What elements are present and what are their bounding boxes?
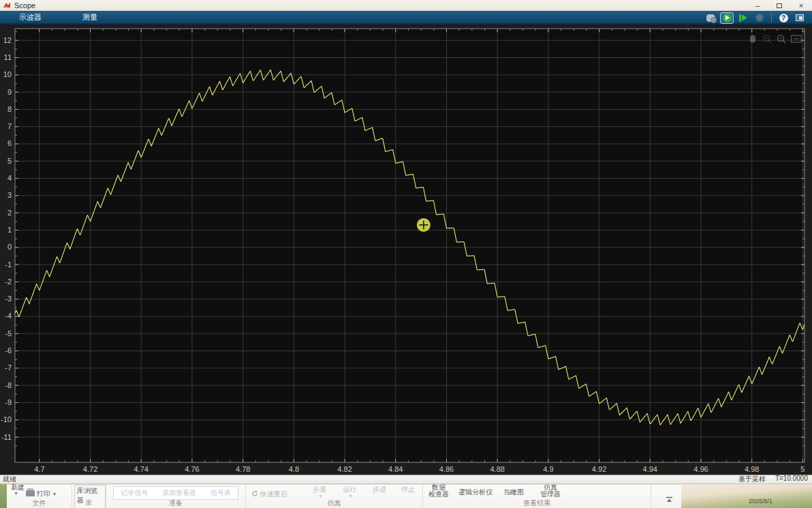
- toolstrip-group-review-results: 数据 检查器 逻辑分析仪 鸟瞰图 仿真 管理器 查看结果: [423, 485, 651, 508]
- help-icon: ?: [779, 14, 788, 23]
- title-bar: Scope – ×: [0, 0, 812, 11]
- stop-button[interactable]: [753, 12, 766, 24]
- ytick-label: 12: [3, 36, 12, 44]
- group-label-file: 文件: [7, 498, 72, 508]
- ytick-label: 10: [3, 70, 12, 78]
- xtick-label: 5: [800, 465, 805, 473]
- ytick-label: -3: [5, 295, 12, 303]
- ytick-label: -5: [5, 329, 12, 338]
- xtick-label: 4.84: [388, 465, 403, 473]
- scope-window: Scope – × 示波器 测量 ? 4.74.724.744.7: [0, 0, 812, 508]
- xtick-label: 4.94: [643, 465, 657, 473]
- desktop-sliver-left: [0, 484, 7, 508]
- ytick-label: 11: [4, 53, 12, 61]
- toolstrip-group-library: 库浏览器 库: [72, 485, 106, 508]
- desktop-sliver-right: 2025/6/1: [681, 484, 812, 508]
- tab-oscilloscope[interactable]: 示波器: [11, 10, 50, 24]
- settings-gear-icon[interactable]: [704, 12, 717, 24]
- ytick-label: -4: [5, 312, 12, 320]
- status-sample-mode: 基于采样: [738, 475, 766, 484]
- ytick-label: 5: [7, 157, 12, 165]
- ytick-label: -9: [5, 398, 12, 406]
- plot-canvas[interactable]: 4.74.724.744.764.784.84.824.844.864.884.…: [0, 25, 812, 475]
- ytick-label: 3: [7, 191, 12, 199]
- zoom-in-icon[interactable]: [762, 33, 772, 44]
- step-back-button[interactable]: 步退: [313, 485, 326, 494]
- ytick-label: -2: [5, 278, 12, 286]
- group-label-library: 库: [72, 498, 106, 508]
- logic-analyzer-button[interactable]: 逻辑分析仪: [458, 488, 493, 497]
- help-button[interactable]: ?: [777, 12, 790, 24]
- desktop-date: 2025/6/1: [749, 498, 772, 505]
- xtick-label: 4.98: [745, 465, 759, 473]
- axes-background: [15, 29, 805, 462]
- add-viewer-button[interactable]: 添加查看器: [162, 488, 196, 498]
- group-label-simulation: 仿真: [246, 498, 422, 508]
- run-button-bg[interactable]: 运行: [343, 485, 356, 494]
- ytick-label: -10: [1, 415, 12, 423]
- toolstrip-group-simulation: 快速重启 步退 ▼ 运行 ▼ 步进 停止 仿真: [246, 485, 423, 508]
- step-forward-button-bg[interactable]: 步进: [373, 485, 386, 494]
- status-bar: 就绪 基于采样 T=10.0000: [0, 475, 812, 484]
- window-title: Scope: [14, 1, 35, 10]
- print-dropdown-caret[interactable]: ▼: [52, 492, 57, 496]
- play-icon: [723, 14, 732, 23]
- xtick-label: 4.76: [185, 465, 199, 473]
- step-forward-button[interactable]: [736, 12, 750, 24]
- xtick-label: 4.8: [289, 465, 299, 473]
- maximize-icon: [777, 3, 782, 8]
- simulation-manager-button[interactable]: 仿真 管理器: [540, 484, 561, 498]
- plot-area: 4.74.724.744.764.784.84.824.844.864.884.…: [0, 25, 812, 475]
- ytick-label: 9: [7, 88, 12, 96]
- xtick-label: 4.72: [83, 465, 97, 473]
- printer-icon: [26, 490, 35, 496]
- status-sim-time: T=10.0000: [775, 475, 808, 484]
- fast-restart-button[interactable]: 快速重启: [251, 490, 287, 499]
- ytick-label: 8: [7, 105, 12, 113]
- step-back-caret: ▼: [318, 494, 323, 498]
- pan-hand-icon[interactable]: [747, 33, 758, 44]
- data-inspector-button[interactable]: 数据 检查器: [428, 484, 449, 498]
- minimize-button[interactable]: –: [747, 0, 768, 11]
- toolstrip-group-file: 新建 ▼ 打印 ▼ 文件: [7, 485, 72, 508]
- collapse-ribbon-icon: [666, 496, 673, 503]
- simulink-toolstrip: 新建 ▼ 打印 ▼ 文件 库浏览器 库 记录信号 添加查看器 信号表: [7, 484, 681, 508]
- matlab-logo-icon: [3, 1, 11, 9]
- stop-button-bg[interactable]: 停止: [401, 485, 415, 494]
- background-window-strip: 新建 ▼ 打印 ▼ 文件 库浏览器 库 记录信号 添加查看器 信号表: [0, 484, 812, 508]
- fit-to-view-icon[interactable]: [790, 33, 802, 44]
- maximize-button[interactable]: [768, 0, 790, 11]
- highlight-in-model-button[interactable]: [793, 12, 807, 24]
- xtick-label: 4.96: [693, 465, 708, 473]
- birds-eye-view-button[interactable]: 鸟瞰图: [503, 488, 524, 497]
- ytick-label: 6: [7, 139, 12, 147]
- status-ready: 就绪: [3, 475, 16, 484]
- ytick-label: -7: [5, 363, 12, 372]
- zoom-out-icon[interactable]: [776, 33, 787, 44]
- fast-restart-icon: [251, 490, 258, 497]
- collapse-ribbon-button[interactable]: [663, 494, 675, 504]
- step-forward-icon: [739, 14, 741, 22]
- ytick-label: 4: [7, 174, 12, 182]
- menu-bar: 示波器 测量 ?: [0, 11, 812, 25]
- close-button[interactable]: ×: [790, 0, 812, 11]
- xtick-label: 4.86: [439, 465, 454, 473]
- group-label-prepare: 准备: [106, 498, 245, 508]
- xtick-label: 4.9: [543, 465, 553, 473]
- tab-measurement[interactable]: 测量: [74, 10, 106, 24]
- plot-hover-tools: [747, 33, 802, 44]
- signal-table-button[interactable]: 信号表: [210, 488, 231, 498]
- run-button[interactable]: [720, 12, 734, 24]
- ytick-label: -1: [5, 260, 12, 269]
- ytick-label: 2: [7, 209, 12, 217]
- print-button[interactable]: 打印 ▼: [26, 489, 57, 498]
- ytick-label: -8: [5, 381, 12, 389]
- log-signals-button[interactable]: 记录信号: [121, 488, 148, 498]
- new-dropdown-caret[interactable]: ▼: [14, 491, 18, 496]
- highlight-in-model-icon: [796, 14, 804, 21]
- scope-toolbar: ?: [704, 11, 807, 25]
- ytick-label: 1: [7, 226, 12, 234]
- xtick-label: 4.88: [490, 465, 504, 473]
- xtick-label: 4.92: [592, 465, 606, 473]
- toolbar-separator: [771, 13, 772, 23]
